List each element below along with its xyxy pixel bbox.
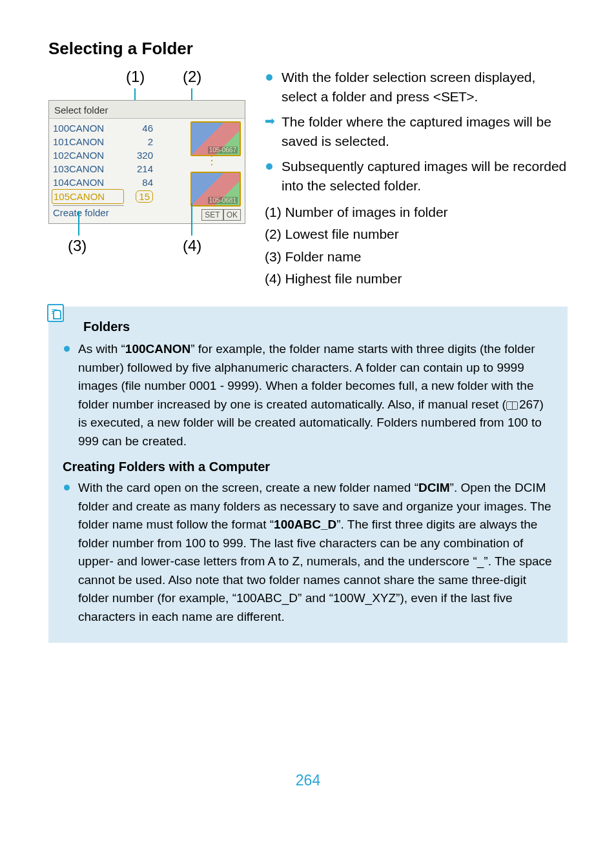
folder-count-column: 46 2 320 214 84 15 xyxy=(124,121,159,221)
instruction-result: The folder where the captured images wil… xyxy=(265,112,568,152)
notes-icon xyxy=(47,304,64,322)
ellipsis-icon: ⋮ xyxy=(206,157,219,163)
manual-ref-icon xyxy=(506,401,518,410)
bold-dcim: DCIM xyxy=(418,481,450,494)
screenshot: (1) (2) Select folder 100CANON 101CANON … xyxy=(48,68,245,260)
manual-ref-page: 267 xyxy=(519,398,540,411)
callout-4: (4) xyxy=(183,237,201,255)
legend-item: (3) Folder name xyxy=(265,247,568,267)
callout-2: (2) xyxy=(183,68,201,86)
thumbnail-lowest: 105-0667 xyxy=(190,121,241,156)
legend-item: (2) Lowest file number xyxy=(265,225,568,244)
callout-line-3 xyxy=(78,211,79,236)
set-label: SET xyxy=(201,209,223,221)
folder-row[interactable]: 104CANON xyxy=(53,176,124,189)
instruction-list: With the folder selection screen display… xyxy=(265,68,568,196)
page: Selecting a Folder (1) (2) Select folder… xyxy=(0,0,616,815)
callout-line-4 xyxy=(191,203,192,236)
folder-count: 46 xyxy=(124,121,153,135)
thumbnail-label-lowest: 105-0667 xyxy=(208,146,238,154)
folder-row[interactable]: 100CANON xyxy=(53,121,124,135)
notes-item: As with “100CANON” for example, the fold… xyxy=(63,340,553,450)
folder-count: 84 xyxy=(124,176,153,189)
set-ok-indicator: SETOK xyxy=(201,209,241,221)
spacer xyxy=(124,204,153,217)
page-number: 264 xyxy=(48,772,568,789)
create-folder-row[interactable]: Create folder xyxy=(53,205,124,221)
thumbnail-highest: 105-0681 xyxy=(190,172,241,207)
folder-row[interactable]: 102CANON xyxy=(53,148,124,162)
folder-count: 2 xyxy=(124,135,153,148)
folder-row-selected[interactable]: 105CANON xyxy=(52,189,124,204)
folder-count-selected: 15 xyxy=(124,189,153,204)
panel-body: 100CANON 101CANON 102CANON 103CANON 104C… xyxy=(49,119,245,223)
instruction-item: Subsequently captured images will be rec… xyxy=(265,157,568,196)
select-folder-panel: Select folder 100CANON 101CANON 102CANON… xyxy=(48,100,245,224)
notes-box: Folders As with “100CANON” for example, … xyxy=(48,307,568,643)
folder-name-column: 100CANON 101CANON 102CANON 103CANON 104C… xyxy=(53,121,124,221)
callout-legend: (1) Number of images in folder (2) Lowes… xyxy=(265,203,568,289)
instruction-item: With the folder selection screen display… xyxy=(265,68,568,107)
set-glyph-text: SET xyxy=(441,89,466,104)
thumbnail-column: 105-0667 ⋮ 105-0681 xyxy=(159,121,241,221)
section-heading: Selecting a Folder xyxy=(48,39,568,59)
ok-label: OK xyxy=(223,209,241,221)
legend-item: (1) Number of images in folder xyxy=(265,203,568,222)
callouts-bottom: (3) (4) xyxy=(48,224,245,260)
thumbnail-label-highest: 105-0681 xyxy=(208,197,238,204)
instruction-column: With the folder selection screen display… xyxy=(265,68,568,291)
bold-100abcd: 100ABC_D xyxy=(274,518,336,531)
panel-title: Select folder xyxy=(49,101,245,119)
bold-100canon: 100CANON xyxy=(125,342,190,356)
callouts-top: (1) (2) xyxy=(48,68,245,100)
folder-row[interactable]: 103CANON xyxy=(53,162,124,176)
callout-3: (3) xyxy=(68,237,87,255)
legend-item: (4) Highest file number xyxy=(265,269,568,288)
notes-item: With the card open on the screen, create… xyxy=(63,479,553,626)
folder-count: 214 xyxy=(124,162,153,176)
top-row: (1) (2) Select folder 100CANON 101CANON … xyxy=(48,68,568,291)
folder-count: 320 xyxy=(124,148,153,162)
notes-heading-creating: Creating Folders with a Computer xyxy=(63,457,553,476)
callout-1: (1) xyxy=(126,68,145,86)
notes-heading-folders: Folders xyxy=(83,317,130,336)
folder-row[interactable]: 101CANON xyxy=(53,135,124,148)
